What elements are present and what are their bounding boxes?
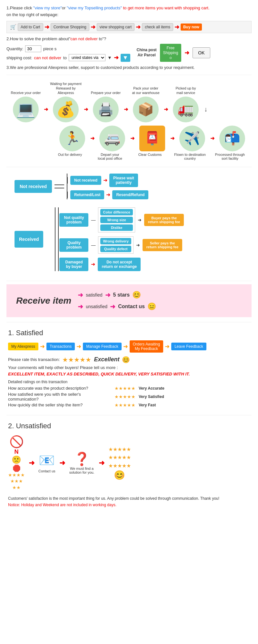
resend-refund: Resend/Refund	[112, 190, 148, 199]
free-shipping-badge: Free Shipping ⊙	[160, 44, 182, 62]
nav-manage-feedback[interactable]: Manage Feedback	[83, 343, 121, 350]
dropdown-arrow1[interactable]: ▼	[107, 55, 112, 60]
satisfied-condition: satisfied	[86, 292, 102, 298]
flow-icon-payment: 💰	[48, 97, 84, 122]
unsat-step-3: ❓ We must find a solution for you.	[69, 451, 95, 474]
qty-input[interactable]	[25, 45, 41, 52]
section-3: 3.We are professional Aliexpress seller,…	[6, 65, 252, 70]
arrow-ok: ➜	[184, 49, 189, 56]
unsatisfied-title: 2. Unsatisfied	[8, 422, 250, 430]
rating-s3: ★★★★★	[114, 402, 135, 408]
unsat-step-4: ★★★★★★★★★★★★★★★ 😊	[108, 445, 131, 481]
help-text: Your comments will help other buyers! Pl…	[8, 365, 250, 370]
rate-row: Please rate this transaction: ★★★★★ Exce…	[8, 356, 250, 364]
not-received-sub: Not received	[70, 176, 101, 185]
flow-icon-customs: 📮	[134, 126, 170, 151]
qty-row: Quantity: piece s	[6, 45, 130, 52]
excellent-label: Excellent	[94, 356, 119, 363]
flow-icon-pickup: 🚛	[168, 97, 203, 122]
arrow-shipping: ➜	[114, 54, 119, 61]
no-return: Do not acceptreturn or exchange	[98, 258, 141, 271]
not-quality-problem: Not qualityproblem	[59, 213, 88, 227]
dislike: Dislike	[100, 224, 133, 231]
nav-arrow-4: ➜	[165, 343, 170, 350]
unsat-arrow-1: ➜	[29, 459, 35, 467]
flow-icon-depart: 🚐	[94, 126, 130, 151]
contact-label: Contact us	[38, 469, 55, 473]
unsatisfied-section: 2. Unsatisfied 🚫 N 🙁 🛑 ★★★★★★★★★ ➜ 📧 Con…	[6, 420, 252, 509]
returned-lost: Returned/Lost	[70, 190, 104, 199]
receive-item-title: Receive item	[16, 296, 71, 306]
cart-icon: 🛒	[10, 24, 16, 30]
dropdown-arrow2[interactable]: ▼	[121, 54, 130, 62]
wrong-size: Wrong size	[100, 217, 133, 223]
arrow-unsatisfied: ➜	[78, 303, 83, 310]
unsat-flow: 🚫 N 🙁 🛑 ★★★★★★★★★ ➜ 📧 Contact us ➜ ❓ We …	[8, 435, 250, 491]
shopping-steps: 🛒 Add to Cart ➜ Continue Shopping ➜ view…	[6, 21, 252, 33]
review-text: EXCELLENT ITEM, EXACTLY AS DESCRIBED, QU…	[8, 372, 250, 376]
arrow-buyer: ➜	[138, 217, 142, 223]
view-cart-btn[interactable]: view shopping cart	[97, 23, 134, 31]
nav-transactions[interactable]: Transactions	[46, 343, 75, 350]
color-difference: Color difference	[100, 209, 133, 215]
add-to-cart-btn[interactable]: Add to Cart	[18, 23, 43, 31]
nav-arrow-2: ➜	[76, 343, 81, 350]
arrow-contact: ➜	[110, 303, 115, 310]
rate-label: Please rate this transaction:	[8, 357, 60, 362]
buy-now-btn[interactable]: Buy now	[181, 24, 202, 31]
flow-icon-receive: 💻	[8, 97, 44, 122]
check-items-btn[interactable]: check all items	[142, 23, 173, 31]
nav-steps: My Aliexpress ➜ Transactions ➜ Manage Fe…	[8, 340, 250, 353]
contact-us-text: Contact us	[118, 304, 145, 309]
section2-title: 2.How to solve the problem about"can not…	[6, 36, 252, 41]
holiday-notice: Notice: Holiday and Weekend are not incl…	[8, 503, 250, 507]
seller-pays: Seller pays thereturn shipping fee	[143, 239, 183, 251]
flow-icon-flown: ✈️	[174, 126, 210, 151]
flow-icon-prepare: 🖨️	[88, 97, 124, 122]
nav-arrow-1: ➜	[40, 343, 45, 350]
satisfied-section: 1. Satisfied My Aliexpress ➜ Transaction…	[6, 327, 252, 410]
five-stars-text: 5 stars	[113, 292, 130, 298]
flow-icon-delivery: 🏃	[55, 126, 90, 151]
rating-q3: How quickly did the seller ship the item…	[8, 402, 111, 407]
rating-t3: Very Fast	[139, 403, 156, 407]
arrow-4: ➜	[174, 24, 179, 31]
section-2: 2.How to solve the problem about"can not…	[6, 36, 252, 62]
nav-my-aliexpress[interactable]: My Aliexpress	[8, 343, 38, 350]
neutral-emoji: 😑	[147, 302, 156, 311]
flow-icon-processed: 📬	[214, 126, 250, 151]
received-main: Received	[15, 231, 43, 248]
unsatisfied-condition: unsatisfied	[86, 304, 107, 309]
shipping-label: shipping cost:	[6, 55, 32, 60]
country-select[interactable]: unied states via	[69, 54, 105, 61]
rating-t2: Very Satisfied	[139, 394, 164, 399]
arrow-seller: ➜	[136, 242, 140, 248]
arrow-5stars: ➜	[105, 291, 111, 299]
arrow-nqp: —	[91, 217, 95, 223]
find-solution: We must find a solution for you.	[69, 467, 95, 474]
view-store-link[interactable]: "view my store"	[33, 5, 62, 10]
piece-label: piece s	[43, 46, 56, 51]
buyer-pays: Buyer pays thereturn shipping fee	[144, 214, 184, 226]
rating-q2: How satisfied were you with the seller's…	[8, 392, 111, 402]
rating-s2: ★★★★★	[114, 394, 135, 399]
unsat-arrow-3: ➜	[99, 459, 104, 467]
cannot-deliver-text: can not deliver	[34, 55, 62, 60]
satisfied-title: 1. Satisfied	[8, 329, 250, 337]
rating-s1: ★★★★★	[114, 386, 135, 391]
arrow-nr: ➜	[103, 177, 107, 183]
not-received-main: Not received	[15, 180, 52, 193]
quality-problem: Qualityproblem	[59, 238, 88, 252]
section-1: 1.Please click "view my store"or "view m…	[6, 5, 252, 33]
arrow-1: ➜	[45, 24, 49, 31]
damaged-by-buyer: Damagedby buyer	[59, 258, 88, 271]
rating-q1: How accurate was the product description…	[8, 386, 111, 391]
rating-t1: Very Accurate	[139, 386, 164, 391]
view-topselling-link[interactable]: "view my Topselling products"	[67, 5, 122, 10]
continue-shopping-btn[interactable]: Continue Shopping	[51, 23, 89, 31]
arrow-qp: —	[91, 242, 95, 248]
nav-leave-feedback[interactable]: Leave Feedback	[171, 343, 206, 350]
nav-orders-awaiting[interactable]: Orders AwaitingMy Feedback	[130, 340, 164, 353]
ok-button[interactable]: OK	[193, 47, 210, 58]
arrow-3: ➜	[136, 24, 141, 31]
